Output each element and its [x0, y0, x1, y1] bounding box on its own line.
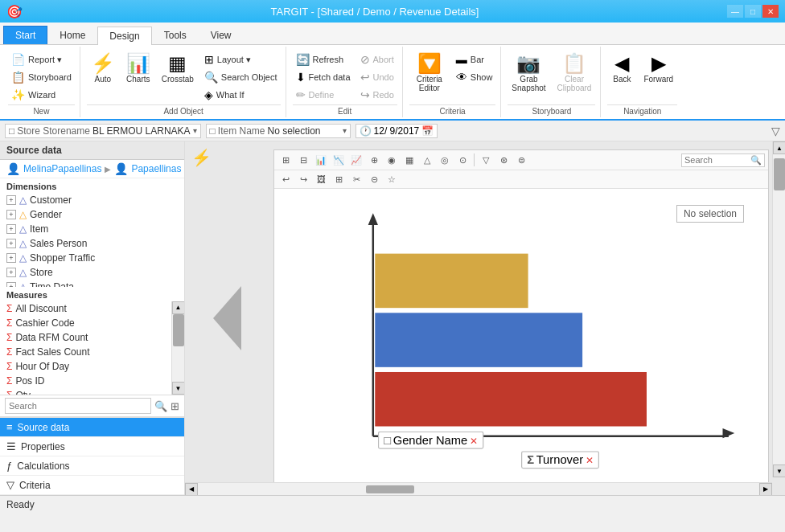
meas-fact-sales-count[interactable]: Σ Fact Sales Count [0, 345, 171, 359]
ct-redo-icon[interactable]: ↪ [295, 172, 311, 186]
ribbon-group-add-object-content: ⚡ Auto 📊 Charts ▦ Crosstab ⊞ Layout ▾ 🔍 … [87, 48, 281, 103]
tab-tools[interactable]: Tools [152, 26, 199, 44]
canvas-scroll-up[interactable]: ▲ [773, 141, 785, 154]
ct-minus-icon[interactable]: ⊝ [366, 172, 382, 186]
charts-button[interactable]: 📊 Charts [122, 51, 154, 86]
scroll-up-btn[interactable]: ▲ [172, 301, 185, 314]
auto-button[interactable]: ⚡ Auto [87, 51, 119, 86]
ct-bar-chart-icon[interactable]: 📊 [313, 153, 329, 167]
dim-gender[interactable]: + △ Gender [0, 207, 184, 222]
back-button[interactable]: ◀ Back [607, 51, 636, 86]
grab-snapshot-button[interactable]: 📷 GrabSnapshot [508, 51, 549, 95]
expand-customer[interactable]: + [6, 195, 16, 205]
ct-undo-icon[interactable]: ↩ [277, 172, 294, 186]
ct-gauge-icon[interactable]: ◎ [437, 153, 453, 167]
meas-cashier-code[interactable]: Σ Cashier Code [0, 316, 171, 330]
minimize-button[interactable]: — [727, 5, 743, 18]
fetch-data-button[interactable]: ⬇ Fetch data [293, 69, 354, 85]
nav-criteria[interactable]: ▽ Criteria [0, 476, 184, 495]
meas-all-discount[interactable]: Σ All Discount [0, 301, 171, 316]
what-if-button[interactable]: ◈ What If [201, 87, 281, 103]
tab-home[interactable]: Home [47, 26, 97, 44]
ct-more-icon[interactable]: ⊛ [495, 153, 512, 167]
meas-pos-id[interactable]: Σ Pos ID [0, 374, 171, 388]
ct-kpi-icon[interactable]: ⊙ [454, 153, 471, 167]
ct-table-icon[interactable]: ⊟ [295, 153, 311, 167]
what-if-icon: ◈ [204, 88, 213, 101]
dim-customer[interactable]: + △ Customer [0, 193, 184, 207]
ct-funnel-icon[interactable]: ▦ [401, 153, 417, 167]
search-object-button[interactable]: 🔍 Search Object [201, 69, 281, 85]
measures-scrollbar[interactable]: ▲ ▼ [171, 301, 184, 395]
ct-grid-icon[interactable]: ⊞ [277, 153, 294, 167]
ct-area-chart-icon[interactable]: 📈 [348, 153, 364, 167]
close-button[interactable]: ✕ [762, 5, 779, 18]
canvas-scrollbar-v[interactable]: ▲ ▼ [772, 141, 785, 477]
ct-settings-icon[interactable]: ⊜ [513, 153, 529, 167]
ct-star-icon[interactable]: ☆ [384, 172, 400, 186]
canvas-scroll-right[interactable]: ▶ [759, 483, 772, 496]
nav-calculations[interactable]: ƒ Calculations [0, 456, 184, 476]
meas-data-rfm-count[interactable]: Σ Data RFM Count [0, 330, 171, 345]
meas-hour-of-day[interactable]: Σ Hour Of Day [0, 359, 171, 374]
expand-sales-person[interactable]: + [6, 239, 16, 248]
filter-store-storename[interactable]: □ Store Storename BL ERMOU LARNAKA ▾ [5, 124, 201, 138]
canvas-scroll-down[interactable]: ▼ [773, 464, 785, 477]
ct-image-icon[interactable]: 🖼 [313, 172, 329, 186]
expand-item[interactable]: + [6, 224, 16, 234]
expand-shopper-traffic[interactable]: + [6, 253, 16, 263]
filter-date[interactable]: 🕐 12/ 9/2017 📅 [356, 124, 438, 138]
x-axis-label-close[interactable]: ✕ [586, 455, 594, 466]
filter-item-name[interactable]: □ Item Name No selection ▾ [206, 124, 351, 138]
ribbon-group-edit: 🔄 Refresh ⬇ Fetch data ✏ Define ⊘ Abort [288, 47, 403, 117]
ct-line-chart-icon[interactable]: 📉 [331, 153, 347, 167]
canvas-scroll-left[interactable]: ◀ [185, 483, 198, 496]
scroll-down-btn[interactable]: ▼ [172, 382, 185, 395]
storyboard-button[interactable]: 📋 Storyboard [8, 69, 75, 85]
left-nav-tabs: ≡ Source data ☰ Properties ƒ Calculation… [0, 417, 184, 495]
dim-item[interactable]: + △ Item [0, 222, 184, 236]
ct-filter-icon[interactable]: ▽ [478, 153, 494, 167]
show-button[interactable]: 👁 Show [453, 69, 496, 85]
criteria-editor-button[interactable]: 🔽 CriteriaEditor [409, 51, 450, 95]
wizard-button[interactable]: ✨ Wizard [8, 87, 75, 103]
ct-layout-icon[interactable]: ⊞ [331, 172, 347, 186]
ct-scissors-icon[interactable]: ✂ [348, 172, 364, 186]
ct-map-icon[interactable]: △ [419, 153, 435, 167]
forward-button[interactable]: ▶ Forward [639, 51, 677, 86]
dim-shopper-traffic[interactable]: + △ Shopper Traffic [0, 251, 184, 265]
ribbon-group-edit-label: Edit [293, 104, 397, 116]
tab-start[interactable]: Start [3, 26, 47, 44]
meas-qty[interactable]: Σ Qty [0, 388, 171, 395]
chart-second-toolbar: ↩ ↪ 🖼 ⊞ ✂ ⊝ ☆ [274, 170, 768, 189]
nav-properties[interactable]: ☰ Properties [0, 437, 184, 456]
search-icon[interactable]: 🔍 [154, 400, 167, 412]
crosstab-button[interactable]: ▦ Crosstab [158, 51, 198, 86]
search-input[interactable] [5, 398, 151, 414]
left-bottom: 🔍 ⊞ ≡ Source data ☰ Properties ƒ Calcula… [0, 395, 184, 495]
dim-sales-person[interactable]: + △ Sales Person [0, 236, 184, 251]
ct-scatter-icon[interactable]: ⊕ [366, 153, 382, 167]
search-add-icon[interactable]: ⊞ [171, 400, 179, 412]
bar-button[interactable]: ▬ Bar [453, 51, 496, 68]
back-chevron[interactable] [201, 278, 249, 358]
filter-funnel-icon[interactable]: ▽ [771, 125, 780, 137]
refresh-button[interactable]: 🔄 Refresh [293, 51, 354, 68]
ct-search-input[interactable] [684, 155, 749, 165]
restore-button[interactable]: □ [745, 5, 761, 18]
breadcrumb: 👤 MelinaPapaellinas ▶ 👤 Papaellinas [0, 160, 184, 178]
bar-icon: ▬ [456, 53, 467, 66]
breadcrumb-melina[interactable]: MelinaPapaellinas [23, 163, 101, 174]
ct-pie-icon[interactable]: ◉ [384, 153, 400, 167]
tab-design[interactable]: Design [97, 27, 151, 45]
expand-gender[interactable]: + [6, 210, 16, 219]
nav-source-data[interactable]: ≡ Source data [0, 418, 184, 437]
expand-store[interactable]: + [6, 268, 16, 277]
y-axis-label-close[interactable]: ✕ [470, 435, 478, 446]
report-button[interactable]: 📄 Report ▾ [8, 51, 75, 68]
dim-time-data[interactable]: + △ Time Data [0, 280, 184, 287]
dim-store[interactable]: + △ Store [0, 265, 184, 280]
breadcrumb-papaellinas[interactable]: Papaellinas [131, 163, 181, 174]
layout-button[interactable]: ⊞ Layout ▾ [201, 51, 281, 68]
tab-view[interactable]: View [199, 26, 244, 44]
